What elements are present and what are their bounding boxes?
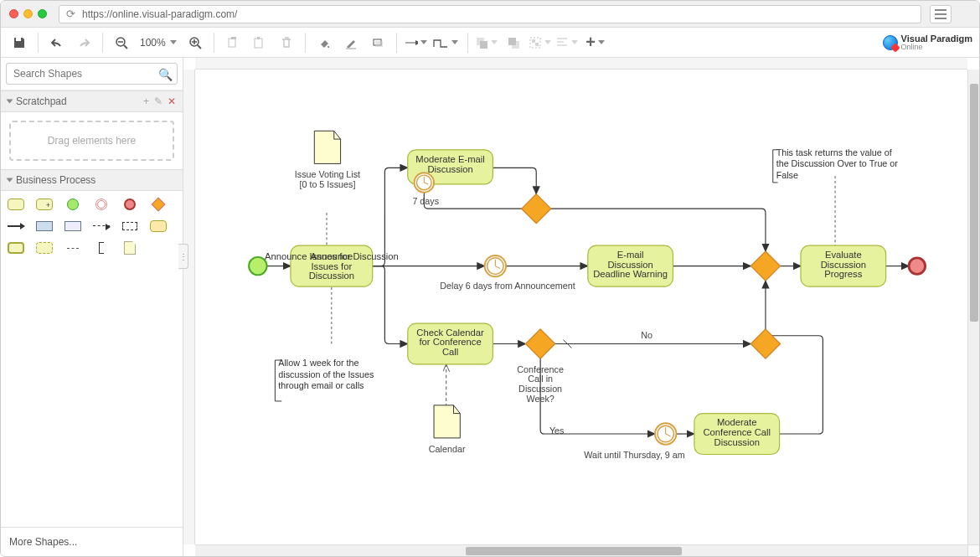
shape-gateway[interactable] xyxy=(150,198,167,211)
app-window: ⟳ https://online.visual-paradigm.com/ 10… xyxy=(0,0,980,557)
to-back-button[interactable] xyxy=(502,31,525,54)
zoom-value: 100% xyxy=(140,37,166,49)
stroke-color-button[interactable] xyxy=(339,31,363,54)
to-front-button[interactable] xyxy=(475,31,498,54)
save-button[interactable] xyxy=(8,31,31,54)
svg-rect-21 xyxy=(532,39,535,43)
data-calendar[interactable] xyxy=(434,405,460,438)
reload-icon[interactable]: ⟳ xyxy=(66,8,75,20)
svg-text:Yes: Yes xyxy=(549,425,565,436)
group-button[interactable] xyxy=(529,31,552,54)
shape-lane[interactable] xyxy=(64,219,81,233)
shape-start-event[interactable] xyxy=(64,198,81,211)
shape-pool[interactable] xyxy=(36,219,53,233)
shape-sequence-flow[interactable] xyxy=(8,219,24,233)
svg-rect-17 xyxy=(480,41,487,49)
add-button[interactable]: + xyxy=(582,31,609,54)
fill-color-button[interactable] xyxy=(312,31,336,54)
svg-text:No: No xyxy=(641,330,652,340)
minimize-window-button[interactable] xyxy=(23,9,33,18)
ruler-vertical xyxy=(183,70,195,544)
svg-text:Issue Voting List[0 to 5 Issue: Issue Voting List[0 to 5 Issues] xyxy=(295,169,360,189)
svg-rect-10 xyxy=(257,37,260,39)
outline-toggle[interactable] xyxy=(967,544,979,556)
gateway-conf-week[interactable] xyxy=(526,329,555,358)
annotation-allow-week[interactable]: Allow 1 week for the discussion of the I… xyxy=(278,358,384,391)
svg-rect-13 xyxy=(375,41,383,47)
search-icon[interactable]: 🔍 xyxy=(158,68,173,81)
url-bar[interactable]: ⟳ https://online.visual-paradigm.com/ xyxy=(59,5,921,23)
svg-text:Calendar: Calendar xyxy=(429,445,466,455)
svg-text:AnnounceIssues forDiscussion: AnnounceIssues forDiscussion xyxy=(309,251,354,281)
scratchpad-close-icon[interactable]: ✕ xyxy=(168,95,176,107)
zoom-out-button[interactable] xyxy=(110,31,133,54)
sidebar-collapse-button[interactable]: ⋮ xyxy=(178,244,188,269)
hamburger-menu-button[interactable] xyxy=(930,5,952,23)
svg-marker-15 xyxy=(415,40,418,45)
annotation-returns[interactable]: This task returns the value of the Discu… xyxy=(776,147,900,181)
svg-rect-11 xyxy=(346,48,356,49)
svg-text:7 days: 7 days xyxy=(412,196,439,206)
copy-button[interactable] xyxy=(221,31,245,54)
svg-text:EvaluateDiscussionProgress: EvaluateDiscussionProgress xyxy=(821,250,866,279)
gateway-merge-main[interactable] xyxy=(750,251,780,281)
shape-data-object[interactable] xyxy=(121,241,138,255)
shape-subprocess[interactable] xyxy=(36,198,53,211)
paste-button[interactable] xyxy=(248,31,271,54)
business-process-header[interactable]: Business Process xyxy=(1,169,183,191)
scrollbar-vertical[interactable] xyxy=(967,70,979,544)
waypoint-style-button[interactable] xyxy=(431,31,461,54)
shape-annotation[interactable] xyxy=(93,241,110,255)
shape-event-sub[interactable] xyxy=(36,241,53,255)
shape-end-event[interactable] xyxy=(121,198,138,211)
shadow-button[interactable] xyxy=(366,31,389,54)
scratchpad-header[interactable]: Scratchpad +✎✕ xyxy=(1,90,183,112)
logo-icon xyxy=(883,35,898,50)
align-button[interactable] xyxy=(555,31,579,54)
svg-text:Delay 6 days from Announcement: Delay 6 days from Announcement xyxy=(440,281,575,291)
svg-rect-9 xyxy=(255,39,262,48)
scrollbar-horizontal[interactable] xyxy=(195,544,967,556)
gateway-merge-top[interactable] xyxy=(522,194,551,224)
shape-data-store[interactable] xyxy=(150,219,167,233)
svg-text:Wait until Thursday, 9 am: Wait until Thursday, 9 am xyxy=(584,450,685,460)
redo-button[interactable] xyxy=(72,31,95,54)
delete-button[interactable] xyxy=(275,31,298,54)
zoom-level-dropdown[interactable]: 100% xyxy=(137,37,180,49)
shape-task[interactable] xyxy=(8,198,24,211)
shape-group[interactable] xyxy=(121,219,138,233)
shape-intermediate-event[interactable] xyxy=(93,198,110,211)
shape-call-activity[interactable] xyxy=(8,241,24,255)
gateway-merge-bottom[interactable] xyxy=(750,329,780,358)
sidebar: 🔍 Scratchpad +✎✕ Drag elements here Busi… xyxy=(1,58,183,556)
canvas-area: Announce Issues for Discussion AnnounceI… xyxy=(183,58,979,556)
undo-button[interactable] xyxy=(45,31,69,54)
search-shapes: 🔍 xyxy=(1,58,183,90)
shape-connector[interactable] xyxy=(64,241,81,255)
svg-rect-22 xyxy=(535,43,539,46)
scratchpad-dropzone[interactable]: Drag elements here xyxy=(9,121,174,161)
search-shapes-input[interactable] xyxy=(6,63,178,85)
close-window-button[interactable] xyxy=(9,9,18,18)
svg-rect-8 xyxy=(231,37,236,39)
scratchpad-add-icon[interactable]: + xyxy=(143,95,149,107)
end-event[interactable] xyxy=(909,258,926,275)
svg-text:ConferenceCall inDiscussionWee: ConferenceCall inDiscussionWeek? xyxy=(517,364,564,404)
scratchpad-edit-icon[interactable]: ✎ xyxy=(154,95,162,107)
maximize-window-button[interactable] xyxy=(38,9,47,18)
svg-line-1 xyxy=(124,45,127,49)
svg-line-4 xyxy=(198,45,201,49)
connection-start-button[interactable] xyxy=(404,31,427,54)
brand-logo: Visual ParadigmOnline xyxy=(883,34,972,51)
shape-message-flow[interactable] xyxy=(93,219,110,233)
url-text: https://online.visual-paradigm.com/ xyxy=(82,8,237,20)
svg-rect-7 xyxy=(229,39,235,47)
shape-palette xyxy=(1,191,183,261)
more-shapes-button[interactable]: More Shapes... xyxy=(1,527,183,556)
svg-rect-19 xyxy=(508,38,516,45)
ruler-horizontal xyxy=(195,58,967,70)
zoom-in-button[interactable] xyxy=(183,31,207,54)
diagram-canvas[interactable]: Announce Issues for Discussion AnnounceI… xyxy=(195,70,967,544)
data-issue-list[interactable] xyxy=(314,131,340,163)
window-controls xyxy=(9,9,47,18)
